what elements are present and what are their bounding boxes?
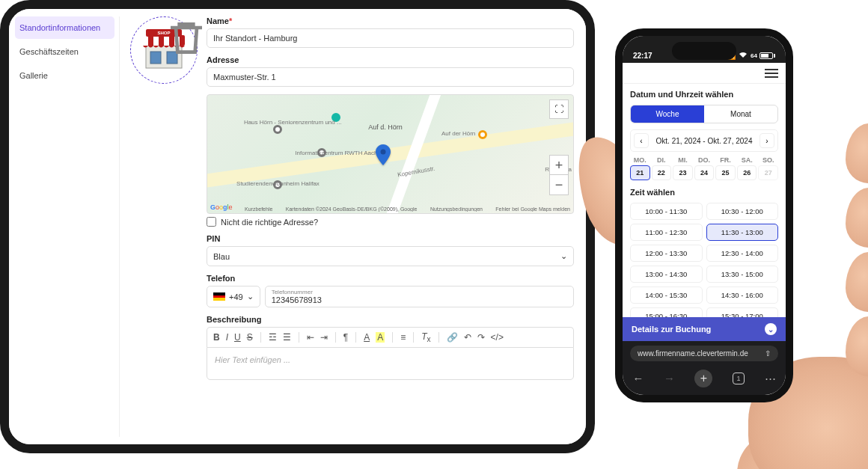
browser-newtab-button[interactable]: + <box>694 370 712 387</box>
name-input[interactable] <box>207 28 574 48</box>
flag-de-icon <box>213 292 225 301</box>
svg-rect-3 <box>153 35 159 46</box>
browser-tabs-button[interactable]: 1 <box>733 373 745 384</box>
phone-number-value: 12345678913 <box>272 295 567 304</box>
day-cell[interactable]: 25 <box>715 165 736 180</box>
view-toggle-week[interactable]: Woche <box>631 105 704 123</box>
browser-back-button[interactable]: ← <box>632 372 644 384</box>
separator <box>392 332 393 343</box>
address-input[interactable] <box>207 67 574 87</box>
rte-redo-button[interactable]: ↷ <box>477 332 485 343</box>
week-prev-button[interactable]: ‹ <box>634 133 649 148</box>
time-slot[interactable]: 14:30 - 16:00 <box>706 286 779 304</box>
sidebar-item-gallery[interactable]: Gallerie <box>15 64 114 87</box>
description-label: Beschreibung <box>207 315 574 324</box>
booking-details-banner[interactable]: Details zur Buchung ⌄ <box>623 317 786 341</box>
day-cell[interactable]: 22 <box>652 165 672 180</box>
google-logo: Google <box>210 203 233 211</box>
separator <box>335 332 336 343</box>
map[interactable]: Haus Hörn - Seniorenzentrum und ... Info… <box>207 94 574 214</box>
time-slot[interactable]: 14:00 - 15:30 <box>630 286 703 304</box>
time-slot[interactable]: 12:30 - 14:00 <box>706 245 779 262</box>
time-slot[interactable]: 13:30 - 15:00 <box>706 266 779 283</box>
map-pin-icon <box>376 144 391 167</box>
phone-country-code-select[interactable]: +49 ⌄ <box>207 286 260 307</box>
time-slot[interactable]: 12:00 - 13:30 <box>630 245 703 262</box>
phone-number-input[interactable]: Telefonnummer 12345678913 <box>265 286 574 307</box>
view-toggle-month[interactable]: Monat <box>704 105 777 123</box>
map-poi-icon <box>273 125 282 134</box>
day-cell[interactable]: 24 <box>694 165 715 180</box>
day-cell[interactable]: 21 <box>630 165 650 180</box>
time-slot[interactable]: 11:00 - 12:30 <box>630 224 703 241</box>
time-slot[interactable]: 11:30 - 13:00 <box>706 224 779 241</box>
name-label: Name* <box>207 16 574 25</box>
rte-align-button[interactable]: ≡ <box>400 332 406 343</box>
day-row: 21222324252627 <box>630 165 778 180</box>
separator <box>355 332 356 343</box>
main-form: SHOP Name* Adresse <box>120 16 580 437</box>
booking-banner-label: Details zur Buchung <box>632 325 711 334</box>
browser-menu-button[interactable]: ⋯ <box>765 372 776 385</box>
wrong-address-checkbox[interactable]: Nicht die richtige Adresse? <box>207 217 574 227</box>
time-slot[interactable]: 10:00 - 11:30 <box>630 203 703 220</box>
rte-unordered-list-button[interactable]: ☰ <box>283 332 291 343</box>
rte-link-button[interactable]: 🔗 <box>447 332 458 343</box>
map-zoom-control: + − <box>549 155 569 195</box>
sidebar-item-hours[interactable]: Geschäftszeiten <box>15 40 114 63</box>
rte-undo-button[interactable]: ↶ <box>464 332 471 343</box>
wifi-icon <box>739 51 748 60</box>
day-cell: 27 <box>758 165 778 180</box>
rte-italic-button[interactable]: I <box>226 332 228 343</box>
day-cell[interactable]: 23 <box>673 165 693 180</box>
map-label: Studierendenwohnheim Halifax <box>236 180 320 187</box>
map-attribution: Kurzbefehle Kartendaten ©2024 GeoBasis-D… <box>245 206 570 212</box>
shop-logo-upload[interactable]: SHOP <box>130 16 198 84</box>
week-next-button[interactable]: › <box>760 133 774 148</box>
rte-paragraph-button[interactable]: ¶ <box>343 332 348 343</box>
svg-point-10 <box>380 150 385 155</box>
status-time: 22:17 <box>633 52 652 60</box>
rte-underline-button[interactable]: U <box>234 332 241 343</box>
chevron-down-icon: ⌄ <box>765 323 777 335</box>
rte-body[interactable]: Hier Text einfügen ... <box>207 347 574 380</box>
sidebar: Standortinformationen Geschäftszeiten Ga… <box>15 16 120 437</box>
map-zoom-in-button[interactable]: + <box>550 156 568 175</box>
map-zoom-out-button[interactable]: − <box>550 175 568 194</box>
chevron-down-icon: ⌄ <box>247 292 254 301</box>
view-toggle: Woche Monat <box>630 105 778 123</box>
rte-highlight-button[interactable]: A <box>376 332 385 343</box>
pin-label: PIN <box>207 234 574 243</box>
sidebar-item-location-info[interactable]: Standortinformationen <box>15 16 114 39</box>
battery-icon: 64 <box>751 52 775 59</box>
rte-outdent-button[interactable]: ⇤ <box>307 332 314 343</box>
time-slot[interactable]: 13:00 - 14:30 <box>630 266 703 283</box>
hamburger-icon[interactable] <box>765 69 778 78</box>
trash-icon[interactable] <box>162 17 210 61</box>
rte-toolbar: B I U S ☲ ☰ ⇤ ⇥ <box>207 327 574 347</box>
tablet-screen: Standortinformationen Geschäftszeiten Ga… <box>9 9 586 444</box>
rte-text-color-button[interactable]: A <box>364 332 370 343</box>
svg-rect-2 <box>143 35 148 46</box>
wrong-address-checkbox-input[interactable] <box>207 217 216 227</box>
chevron-down-icon: ⌄ <box>560 251 567 261</box>
week-range-label: Okt. 21, 2024 - Okt. 27, 2024 <box>656 137 753 145</box>
time-slot[interactable]: 10:30 - 12:00 <box>706 203 779 220</box>
rte-clear-format-button[interactable]: Tx <box>421 331 430 343</box>
rte-code-button[interactable]: </> <box>491 332 504 343</box>
share-icon[interactable]: ⇧ <box>765 349 771 358</box>
rte-ordered-list-button[interactable]: ☲ <box>269 332 277 343</box>
phone-country-code-value: +49 <box>229 292 243 301</box>
day-cell[interactable]: 26 <box>737 165 757 180</box>
pin-select[interactable]: Blau ⌄ <box>207 246 574 266</box>
separator <box>260 332 261 343</box>
map-fullscreen-button[interactable]: ⛶ <box>549 99 569 119</box>
time-section-label: Zeit wählen <box>630 188 778 197</box>
separator <box>438 332 439 343</box>
browser-forward-button[interactable]: → <box>664 372 675 384</box>
rte-indent-button[interactable]: ⇥ <box>320 332 328 343</box>
phone-browser-bar: www.firmenname.clevertermin.de ⇧ ← → + 1… <box>623 341 786 395</box>
rte-strike-button[interactable]: S <box>247 332 253 343</box>
rte-bold-button[interactable]: B <box>213 332 220 343</box>
url-bar[interactable]: www.firmenname.clevertermin.de ⇧ <box>630 346 778 361</box>
